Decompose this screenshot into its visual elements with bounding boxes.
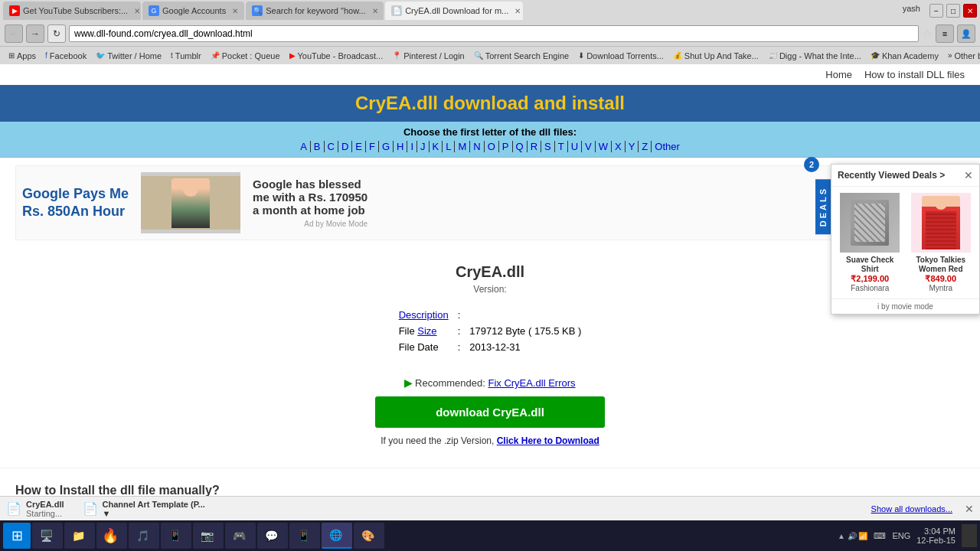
taskbar-icon-1[interactable]: 🖥️ bbox=[32, 523, 63, 549]
download-arrow-2[interactable]: ▼ bbox=[103, 509, 111, 518]
letter-b[interactable]: B bbox=[311, 141, 325, 152]
letter-y[interactable]: Y bbox=[626, 141, 639, 152]
tab-3[interactable]: 🔍 Search for keyword "how... ✕ bbox=[246, 2, 384, 20]
bookmark-twitter[interactable]: 🐦Twitter / Home bbox=[92, 50, 165, 62]
taskbar-time: 3:04 PM 12-Feb-15 bbox=[916, 527, 956, 545]
ad-text-left[interactable]: Google Pays MeRs. 850An Hour bbox=[22, 185, 129, 221]
close-button[interactable]: ✕ bbox=[963, 4, 977, 18]
download-bar-close[interactable]: ✕ bbox=[965, 503, 974, 515]
bookmark-star[interactable]: ☆ bbox=[922, 27, 933, 41]
letter-v[interactable]: V bbox=[582, 141, 596, 152]
letter-x[interactable]: X bbox=[612, 141, 626, 152]
letter-a[interactable]: A bbox=[297, 141, 311, 152]
letter-l[interactable]: L bbox=[443, 141, 455, 152]
letter-o[interactable]: O bbox=[485, 141, 499, 152]
taskbar-icon-8[interactable]: 💬 bbox=[257, 523, 288, 549]
tab-4[interactable]: 📄 CryEA.dll Download for m... ✕ bbox=[385, 2, 523, 20]
zip-download-link[interactable]: Click Here to Download bbox=[497, 435, 599, 446]
bookmark-torrent-dl[interactable]: ⬇Download Torrents... bbox=[574, 50, 668, 62]
home-link[interactable]: Home bbox=[825, 69, 852, 80]
letter-m[interactable]: M bbox=[455, 141, 470, 152]
bookmark-pinterest[interactable]: 📍Pinterest / Login bbox=[388, 50, 469, 62]
show-all-downloads-link[interactable]: Show all downloads... bbox=[871, 504, 952, 514]
bookmark-apps[interactable]: ⊞Apps bbox=[5, 50, 40, 62]
reload-button[interactable]: ↻ bbox=[47, 24, 66, 43]
tab-2-close[interactable]: ✕ bbox=[232, 7, 238, 15]
letter-z[interactable]: Z bbox=[639, 141, 652, 152]
deals-close-button[interactable]: ✕ bbox=[964, 169, 973, 181]
taskbar-icon-2[interactable]: 📁 bbox=[64, 523, 95, 549]
address-bar[interactable] bbox=[69, 25, 919, 42]
rec-arrow-icon: ▶ bbox=[404, 377, 412, 389]
letter-i[interactable]: I bbox=[407, 141, 417, 152]
bookmark-digg[interactable]: 📰Digg - What the Inte... bbox=[764, 50, 865, 62]
bookmark-khan[interactable]: 🎓Khan Academy bbox=[867, 50, 942, 62]
deal-item-2[interactable]: Tokyo Talkies Women Red ₹849.00 Myntra bbox=[909, 193, 974, 292]
minimize-button[interactable]: − bbox=[929, 4, 943, 18]
bookmark-youtube[interactable]: ▶YouTube - Broadcast... bbox=[286, 50, 387, 62]
letter-p[interactable]: P bbox=[499, 141, 513, 152]
start-button[interactable]: ⊞ bbox=[3, 523, 31, 549]
letter-w[interactable]: W bbox=[596, 141, 612, 152]
taskbar-icon-9[interactable]: 📱 bbox=[289, 523, 320, 549]
letter-c[interactable]: C bbox=[325, 141, 338, 152]
download-icon-2: 📄 bbox=[83, 501, 98, 516]
maximize-button[interactable]: □ bbox=[946, 4, 960, 18]
deals-vertical-tab[interactable]: DEALS bbox=[815, 179, 831, 234]
taskbar-language: ENG bbox=[892, 531, 910, 540]
taskbar: ⊞ 🖥️ 📁 🔥 🎵 📱 📷 🎮 💬 📱 🌐 🎨 ▲ 🔊 📶 ⌨ ENG 3:0… bbox=[0, 520, 980, 551]
taskbar-icon-6[interactable]: 📷 bbox=[193, 523, 224, 549]
letter-t[interactable]: T bbox=[555, 141, 568, 152]
back-button[interactable]: ← bbox=[5, 24, 23, 43]
bookmark-pocket[interactable]: 📌Pocket : Queue bbox=[207, 50, 284, 62]
tab-4-close[interactable]: ✕ bbox=[514, 7, 521, 15]
taskbar-show-desktop[interactable] bbox=[962, 524, 977, 547]
deal-2-price: ₹849.00 bbox=[909, 274, 974, 284]
how-to-install-link[interactable]: How to install DLL files bbox=[864, 69, 965, 80]
bookmark-tumblr[interactable]: tTumblr bbox=[167, 50, 205, 62]
letter-s[interactable]: S bbox=[541, 141, 555, 152]
letter-k[interactable]: K bbox=[430, 141, 443, 152]
tab-3-close[interactable]: ✕ bbox=[372, 7, 378, 15]
deal-1-image bbox=[840, 193, 900, 253]
recommended-prefix: Recommended: bbox=[415, 377, 488, 389]
user-button[interactable]: 👤 bbox=[957, 24, 975, 43]
tab-1[interactable]: ▶ Get YouTube Subscribers:... ✕ bbox=[3, 2, 141, 20]
letter-q[interactable]: Q bbox=[513, 141, 528, 152]
taskbar-chrome[interactable]: 🌐 bbox=[322, 523, 352, 549]
letter-h[interactable]: H bbox=[394, 141, 407, 152]
bookmark-shut-up[interactable]: 💰Shut Up And Take... bbox=[669, 50, 763, 62]
taskbar-icon-11[interactable]: 🎨 bbox=[354, 523, 384, 549]
recommended-link[interactable]: Fix CryEA.dll Errors bbox=[488, 377, 575, 389]
taskbar-icon-3[interactable]: 🔥 bbox=[96, 523, 127, 549]
letter-j[interactable]: J bbox=[417, 141, 430, 152]
description-link[interactable]: Description bbox=[399, 309, 449, 321]
letter-other[interactable]: Other bbox=[652, 141, 683, 152]
bookmark-facebook[interactable]: fFacebook bbox=[41, 50, 90, 62]
nav-bar: ← → ↻ ☆ ≡ 👤 bbox=[0, 21, 980, 46]
letter-e[interactable]: E bbox=[352, 141, 366, 152]
letter-g[interactable]: G bbox=[379, 141, 394, 152]
letter-f[interactable]: F bbox=[366, 141, 379, 152]
forward-button[interactable]: → bbox=[26, 24, 44, 43]
deals-header: Recently Viewed Deals > ✕ bbox=[831, 165, 979, 187]
tab-1-close[interactable]: ✕ bbox=[134, 7, 140, 15]
deals-badge: 2 bbox=[804, 157, 819, 172]
bookmark-torrent-search[interactable]: 🔍Torrent Search Engine bbox=[470, 50, 573, 62]
tab-2[interactable]: G Google Accounts ✕ bbox=[142, 2, 244, 20]
taskbar-icon-4[interactable]: 🎵 bbox=[129, 523, 159, 549]
bookmark-other[interactable]: »Other bookmarks bbox=[944, 50, 980, 62]
ad-text-right[interactable]: Google has blessed me with a Rs. 170950 … bbox=[253, 178, 368, 228]
letter-navigation: Choose the first letter of the dll files… bbox=[0, 122, 980, 158]
download-button[interactable]: download CryEA.dll bbox=[375, 396, 605, 428]
letter-n[interactable]: N bbox=[470, 141, 484, 152]
settings-button[interactable]: ≡ bbox=[936, 24, 954, 43]
size-link[interactable]: Size bbox=[417, 325, 436, 337]
taskbar-icon-5[interactable]: 📱 bbox=[161, 523, 191, 549]
letter-r[interactable]: R bbox=[528, 141, 541, 152]
letter-d[interactable]: D bbox=[338, 141, 352, 152]
deals-title[interactable]: Recently Viewed Deals > bbox=[838, 170, 945, 181]
letter-u[interactable]: U bbox=[568, 141, 582, 152]
taskbar-icon-7[interactable]: 🎮 bbox=[225, 523, 256, 549]
deal-item-1[interactable]: Suave Check Shirt ₹2,199.00 Fashionara bbox=[838, 193, 903, 292]
